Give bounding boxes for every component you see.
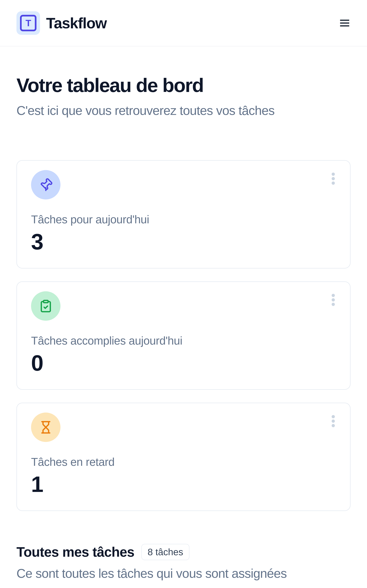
dots-vertical-icon: [331, 293, 335, 306]
svg-point-6: [332, 303, 335, 306]
tasks-section-title: Toutes mes tâches: [17, 544, 134, 560]
header-left: T Taskflow: [17, 11, 107, 35]
app-logo: T: [17, 11, 40, 35]
stat-label: Tâches accomplies aujourd'hui: [31, 334, 336, 347]
stat-cards: Tâches pour aujourd'hui 3 Tâches accompl…: [17, 160, 350, 511]
dots-vertical-icon: [331, 415, 335, 428]
svg-point-8: [332, 420, 335, 423]
svg-rect-3: [43, 300, 48, 303]
svg-point-7: [332, 415, 335, 418]
page-title: Votre tableau de bord: [17, 75, 350, 96]
stat-label: Tâches en retard: [31, 455, 336, 468]
card-menu-button[interactable]: [331, 291, 336, 309]
stat-label: Tâches pour aujourd'hui: [31, 213, 336, 226]
page-subtitle: C'est ici que vous retrouverez toutes vo…: [17, 102, 350, 119]
menu-icon: [340, 20, 349, 26]
stat-value: 0: [31, 350, 336, 376]
dots-vertical-icon: [331, 172, 335, 185]
app-name: Taskflow: [46, 15, 107, 32]
menu-button[interactable]: [339, 17, 350, 29]
logo-letter: T: [20, 15, 36, 31]
app-header: T Taskflow: [0, 0, 367, 46]
hourglass-icon: [31, 413, 60, 442]
clipboard-check-icon: [31, 291, 60, 321]
svg-point-5: [332, 298, 335, 302]
tasks-section-subtitle: Ce sont toutes les tâches qui vous sont …: [17, 565, 350, 582]
svg-point-0: [332, 173, 335, 176]
tasks-section-header: Toutes mes tâches 8 tâches: [17, 544, 350, 560]
card-menu-button[interactable]: [331, 413, 336, 430]
svg-point-1: [332, 177, 335, 180]
svg-point-9: [332, 424, 335, 427]
stat-card-late: Tâches en retard 1: [17, 403, 350, 511]
stat-value: 1: [31, 471, 336, 497]
tasks-count-badge: 8 tâches: [142, 544, 189, 560]
stat-value: 3: [31, 229, 336, 255]
svg-point-4: [332, 294, 335, 297]
stat-card-today: Tâches pour aujourd'hui 3: [17, 160, 350, 268]
svg-point-2: [332, 182, 335, 185]
main-content: Votre tableau de bord C'est ici que vous…: [0, 46, 367, 582]
pin-icon: [31, 170, 60, 199]
card-menu-button[interactable]: [331, 170, 336, 188]
stat-card-completed: Tâches accomplies aujourd'hui 0: [17, 282, 350, 390]
